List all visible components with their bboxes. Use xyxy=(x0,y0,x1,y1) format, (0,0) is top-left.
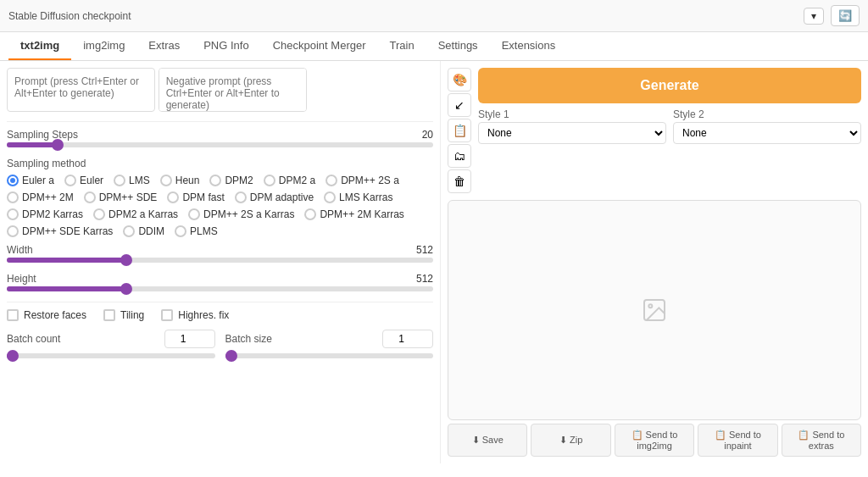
height-thumb[interactable] xyxy=(120,283,132,295)
positive-prompt[interactable] xyxy=(7,68,155,112)
send-inpaint-button[interactable]: 📋 Send to inpaint xyxy=(698,424,777,457)
divider-2 xyxy=(7,302,433,302)
divider-1 xyxy=(7,121,433,122)
radio-dpm2akarras[interactable]: DPM2 a Karras xyxy=(93,208,178,220)
radio-label-euler-a: Euler a xyxy=(22,175,54,186)
generate-area: Generate Style 1 None Style 2 None xyxy=(478,68,861,193)
style1-group: Style 1 None xyxy=(478,108,666,144)
batch-count-thumb[interactable] xyxy=(7,350,19,362)
batch-count-group: Batch count xyxy=(7,330,215,358)
height-header: Height 512 xyxy=(7,273,433,285)
style1-label: Style 1 xyxy=(478,108,666,120)
arrow-button[interactable]: ↙ xyxy=(448,93,471,117)
refresh-button[interactable]: 🔄 xyxy=(831,5,860,26)
generate-button[interactable]: Generate xyxy=(478,68,861,103)
width-thumb[interactable] xyxy=(120,254,132,266)
sampling-steps-section: Sampling Steps 20 xyxy=(7,129,433,147)
zip-button[interactable]: ⬇ Zip xyxy=(531,424,610,457)
radio-plms[interactable]: PLMS xyxy=(175,225,218,237)
tab-txt2img[interactable]: txt2img xyxy=(8,32,71,60)
height-value: 512 xyxy=(416,273,433,285)
height-label: Height xyxy=(7,273,409,285)
radio-circle-dpmpp2m xyxy=(7,191,19,203)
width-value: 512 xyxy=(416,244,433,256)
folder-button[interactable]: 🗂 xyxy=(448,144,471,168)
tab-extensions[interactable]: Extensions xyxy=(490,32,568,60)
radio-circle-dpm2 xyxy=(209,175,221,186)
radio-dpmadaptive[interactable]: DPM adaptive xyxy=(235,191,314,203)
radio-label-heun: Heun xyxy=(175,175,200,186)
radio-circle-dpmppsde xyxy=(84,191,96,203)
radio-label-ddim: DDIM xyxy=(138,225,164,237)
sampling-steps-value: 20 xyxy=(422,129,433,141)
radio-circle-plms xyxy=(175,225,186,237)
negative-prompt[interactable] xyxy=(159,68,307,112)
send-extras-button[interactable]: 📋 Send to extras xyxy=(782,424,861,457)
radio-heun[interactable]: Heun xyxy=(160,175,200,186)
copy-button[interactable]: 📋 xyxy=(448,119,471,142)
radio-lmskarras[interactable]: LMS Karras xyxy=(324,191,392,203)
radio-dpmppsde[interactable]: DPM++ SDE xyxy=(84,191,158,203)
radio-circle-heun xyxy=(160,175,172,186)
trash-button[interactable]: 🗑 xyxy=(448,169,471,193)
restore-faces-box xyxy=(7,309,19,321)
highres-fix-label: Highres. fix xyxy=(178,309,229,321)
sampling-steps-slider[interactable] xyxy=(7,142,433,147)
top-bar: Stable Diffusion checkpoint ▾ 🔄 xyxy=(0,0,868,32)
batch-count-input[interactable] xyxy=(164,330,215,348)
style1-select[interactable]: None xyxy=(478,122,666,144)
style2-group: Style 2 None xyxy=(673,108,861,144)
tab-train[interactable]: Train xyxy=(378,32,426,60)
batch-size-group: Batch size xyxy=(225,330,434,358)
radio-dpmfast[interactable]: DPM fast xyxy=(167,191,224,203)
tab-extras[interactable]: Extras xyxy=(136,32,192,60)
radio-circle-dpmadaptive xyxy=(235,191,247,203)
radio-dpmpp2sa[interactable]: DPM++ 2S a xyxy=(326,175,399,186)
radio-dpm2[interactable]: DPM2 xyxy=(209,175,253,186)
radio-dpm2a[interactable]: DPM2 a xyxy=(264,175,315,186)
radio-label-dpmpp2mkarras: DPM++ 2M Karras xyxy=(320,208,403,220)
batch-count-label: Batch count xyxy=(7,333,60,345)
highres-fix-checkbox[interactable]: Highres. fix xyxy=(161,309,229,321)
checkpoint-dropdown[interactable]: ▾ xyxy=(804,8,824,25)
style2-label: Style 2 xyxy=(673,108,861,120)
batch-size-label: Batch size xyxy=(225,333,272,345)
sampling-steps-label: Sampling Steps xyxy=(7,129,415,141)
radio-ddim[interactable]: DDIM xyxy=(123,225,164,237)
paint-brush-button[interactable]: 🎨 xyxy=(448,68,471,92)
sampling-steps-thumb[interactable] xyxy=(52,139,64,151)
radio-lms[interactable]: LMS xyxy=(114,175,150,186)
batch-count-slider[interactable] xyxy=(7,353,215,358)
radio-euler[interactable]: Euler xyxy=(64,175,103,186)
tiling-checkbox[interactable]: Tiling xyxy=(103,309,144,321)
send-img2img-button[interactable]: 📋 Send to img2img xyxy=(615,424,694,457)
radio-label-lmskarras: LMS Karras xyxy=(339,191,392,203)
batch-size-thumb[interactable] xyxy=(225,350,237,362)
sampling-steps-header: Sampling Steps 20 xyxy=(7,129,433,141)
save-button[interactable]: ⬇ Save xyxy=(448,424,527,457)
radio-label-dpmadaptive: DPM adaptive xyxy=(250,191,314,203)
radio-dpmpp2mkarras[interactable]: DPM++ 2M Karras xyxy=(304,208,403,220)
restore-faces-checkbox[interactable]: Restore faces xyxy=(7,309,86,321)
tab-png-info[interactable]: PNG Info xyxy=(192,32,260,60)
height-fill xyxy=(7,286,126,291)
radio-circle-dpmppsdekarras xyxy=(7,225,19,237)
batch-size-input[interactable] xyxy=(382,330,433,348)
tab-img2img[interactable]: img2img xyxy=(71,32,136,60)
radio-euler-a[interactable]: Euler a xyxy=(7,175,54,186)
tool-buttons: 🎨 ↙ 📋 🗂 🗑 xyxy=(448,68,471,193)
bottom-buttons: ⬇ Save ⬇ Zip 📋 Send to img2img 📋 Send to… xyxy=(448,424,861,457)
batch-size-slider[interactable] xyxy=(225,353,434,358)
image-placeholder-icon xyxy=(641,297,668,324)
radio-dpmppsdekarras[interactable]: DPM++ SDE Karras xyxy=(7,225,113,237)
style-row: Style 1 None Style 2 None xyxy=(478,108,861,144)
checkbox-row: Restore faces Tiling Highres. fix xyxy=(7,309,433,321)
radio-dpmpp2sakarras[interactable]: DPM++ 2S a Karras xyxy=(188,208,294,220)
radio-dpm2karras[interactable]: DPM2 Karras xyxy=(7,208,83,220)
tab-checkpoint-merger[interactable]: Checkpoint Merger xyxy=(261,32,378,60)
tab-settings[interactable]: Settings xyxy=(426,32,490,60)
height-slider[interactable] xyxy=(7,286,433,291)
radio-dpmpp2m[interactable]: DPM++ 2M xyxy=(7,191,74,203)
style2-select[interactable]: None xyxy=(673,122,861,144)
width-slider[interactable] xyxy=(7,258,433,263)
